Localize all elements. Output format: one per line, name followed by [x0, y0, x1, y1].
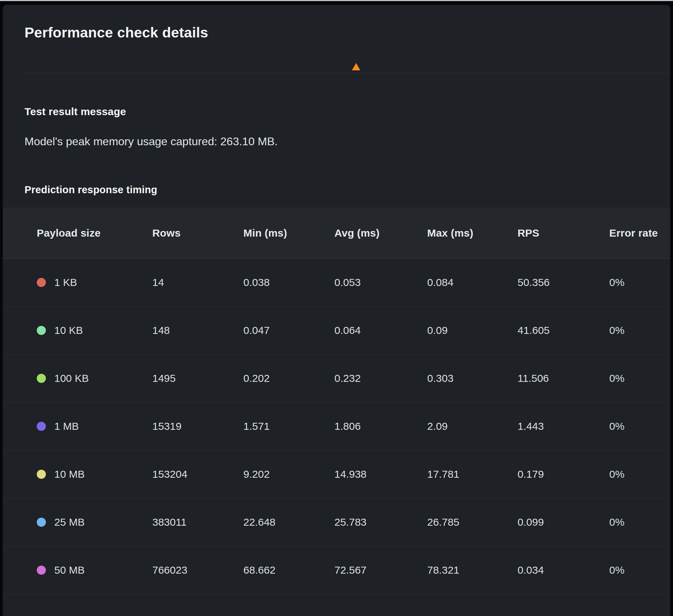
error-rate-value: 0% — [609, 468, 670, 480]
table-header-row: Payload size Rows Min (ms) Avg (ms) Max … — [3, 208, 670, 259]
table-row: 1 MB 15319 1.571 1.806 2.09 1.443 0% — [3, 402, 670, 450]
column-header-avg: Avg (ms) — [334, 227, 427, 239]
rows-value: 148 — [152, 324, 243, 336]
triangle-marker-icon — [352, 63, 360, 70]
min-value: 1.571 — [243, 420, 334, 432]
avg-value: 1.806 — [334, 420, 427, 432]
window-top-edge — [0, 0, 673, 1]
table-row: 10 MB 153204 9.202 14.938 17.781 0.179 0… — [3, 450, 670, 498]
payload-size-label: 1 KB — [54, 276, 77, 288]
column-header-min: Min (ms) — [243, 227, 334, 239]
avg-value: 0.232 — [334, 372, 427, 384]
title-divider — [23, 73, 668, 74]
rps-value: 1.443 — [518, 420, 609, 432]
rps-value: 11.506 — [518, 372, 609, 384]
rps-value: 0.179 — [518, 468, 609, 480]
max-value: 0.09 — [427, 324, 518, 336]
rows-value: 15319 — [152, 420, 243, 432]
max-value: 0.303 — [427, 372, 518, 384]
column-header-rps: RPS — [518, 227, 609, 239]
prediction-timing-table: Payload size Rows Min (ms) Avg (ms) Max … — [3, 208, 670, 594]
test-result-heading: Test result message — [25, 106, 126, 118]
max-value: 26.785 — [427, 516, 518, 528]
series-dot-icon — [37, 566, 46, 575]
rows-value: 1495 — [152, 372, 243, 384]
series-dot-icon — [37, 422, 46, 431]
avg-value: 25.783 — [334, 516, 427, 528]
payload-size-label: 25 MB — [54, 516, 85, 528]
payload-size-label: 10 MB — [54, 468, 85, 480]
page-title: Performance check details — [25, 24, 208, 41]
max-value: 0.084 — [427, 276, 518, 288]
error-rate-value: 0% — [609, 276, 670, 288]
series-dot-icon — [37, 470, 46, 479]
avg-value: 72.567 — [334, 564, 427, 576]
series-dot-icon — [37, 518, 46, 527]
min-value: 0.202 — [243, 372, 334, 384]
min-value: 22.648 — [243, 516, 334, 528]
error-rate-value: 0% — [609, 564, 670, 576]
column-header-error-rate: Error rate — [609, 227, 670, 239]
payload-size-label: 50 MB — [54, 564, 85, 576]
test-result-message: Model's peak memory usage captured: 263.… — [25, 135, 278, 148]
avg-value: 14.938 — [334, 468, 427, 480]
performance-check-panel: Performance check details Test result me… — [3, 5, 670, 616]
avg-value: 0.064 — [334, 324, 427, 336]
table-row: 50 MB 766023 68.662 72.567 78.321 0.034 … — [3, 546, 670, 594]
error-rate-value: 0% — [609, 324, 670, 336]
series-dot-icon — [37, 326, 46, 335]
rps-value: 0.099 — [518, 516, 609, 528]
table-row: 1 KB 14 0.038 0.053 0.084 50.356 0% — [3, 259, 670, 307]
rps-value: 50.356 — [518, 276, 609, 288]
error-rate-value: 0% — [609, 516, 670, 528]
min-value: 0.047 — [243, 324, 334, 336]
max-value: 78.321 — [427, 564, 518, 576]
timing-heading: Prediction response timing — [25, 184, 157, 196]
payload-size-label: 1 MB — [54, 420, 79, 432]
max-value: 17.781 — [427, 468, 518, 480]
rows-value: 383011 — [152, 516, 243, 528]
error-rate-value: 0% — [609, 420, 670, 432]
error-rate-value: 0% — [609, 372, 670, 384]
column-header-payload-size: Payload size — [37, 227, 152, 239]
table-row: 25 MB 383011 22.648 25.783 26.785 0.099 … — [3, 498, 670, 546]
rows-value: 766023 — [152, 564, 243, 576]
column-header-rows: Rows — [152, 227, 243, 239]
table-row: 100 KB 1495 0.202 0.232 0.303 11.506 0% — [3, 355, 670, 402]
rps-value: 0.034 — [518, 564, 609, 576]
min-value: 0.038 — [243, 276, 334, 288]
series-dot-icon — [37, 374, 46, 383]
min-value: 9.202 — [243, 468, 334, 480]
series-dot-icon — [37, 278, 46, 287]
rows-value: 153204 — [152, 468, 243, 480]
avg-value: 0.053 — [334, 276, 427, 288]
table-row: 10 KB 148 0.047 0.064 0.09 41.605 0% — [3, 307, 670, 355]
payload-size-label: 100 KB — [54, 372, 89, 384]
payload-size-label: 10 KB — [54, 324, 83, 336]
max-value: 2.09 — [427, 420, 518, 432]
rps-value: 41.605 — [518, 324, 609, 336]
rows-value: 14 — [152, 276, 243, 288]
column-header-max: Max (ms) — [427, 227, 518, 239]
min-value: 68.662 — [243, 564, 334, 576]
